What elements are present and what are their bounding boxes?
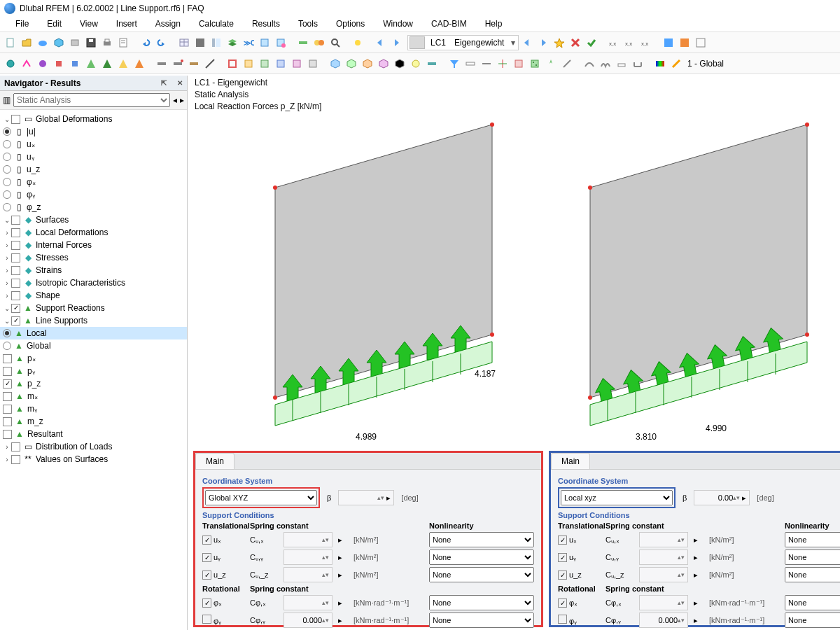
next-filter-icon[interactable]: ▸ — [180, 95, 184, 105]
cuy-val[interactable]: ▴▾ — [284, 550, 332, 565]
pin-icon[interactable]: ⇱ — [161, 79, 167, 87]
tree-stresses[interactable]: Stresses — [36, 253, 187, 262]
load-case-selector[interactable]: LC1 Eigengewicht ▾ — [407, 35, 519, 50]
grid2-icon[interactable] — [511, 56, 526, 71]
pencil-icon[interactable] — [668, 56, 684, 71]
line-icon[interactable] — [559, 56, 575, 71]
left-icon[interactable] — [372, 35, 388, 50]
t2-16[interactable] — [257, 56, 272, 71]
nl2-ux[interactable]: None — [785, 532, 840, 547]
span2-icon[interactable] — [598, 56, 613, 71]
open-icon[interactable] — [19, 35, 34, 50]
global-tag[interactable]: 1 - Global — [687, 59, 724, 69]
tree-uy[interactable]: uᵧ — [27, 152, 187, 162]
t2-21[interactable] — [344, 56, 359, 71]
t2-22[interactable] — [360, 56, 375, 71]
prev-filter-icon[interactable]: ◂ — [173, 95, 177, 105]
check-icon[interactable] — [584, 35, 599, 50]
tree-vos[interactable]: Values on Surfaces — [36, 454, 187, 464]
cb-phx[interactable] — [202, 598, 211, 608]
span3-icon[interactable] — [614, 56, 629, 71]
redo-icon[interactable] — [154, 35, 169, 50]
tree-strains[interactable]: Strains — [36, 265, 187, 275]
gradient-icon[interactable] — [652, 56, 668, 71]
table-icon[interactable] — [176, 35, 192, 50]
t2-23[interactable] — [376, 56, 391, 71]
t2-24[interactable] — [392, 56, 407, 71]
tree-uz[interactable]: u_z — [27, 164, 187, 174]
t2-6[interactable] — [83, 56, 99, 71]
menu-window[interactable]: Window — [374, 17, 421, 31]
cb-ux[interactable] — [202, 536, 211, 545]
right-icon[interactable] — [388, 35, 404, 50]
menu-assign[interactable]: Assign — [147, 17, 189, 31]
tab-main[interactable]: Main — [195, 453, 234, 469]
t2-10[interactable] — [154, 56, 169, 71]
panel-icon-3[interactable] — [693, 35, 708, 50]
cphy-val[interactable]: 0.000 ▴▾ — [284, 612, 332, 628]
delete-icon[interactable] — [568, 35, 583, 50]
cb2-phy[interactable] — [558, 615, 567, 624]
t2-5[interactable] — [67, 56, 83, 71]
t2-13[interactable] — [202, 56, 218, 71]
beta-value[interactable]: ▴▾ ▸ — [338, 490, 394, 505]
beta-value-2[interactable]: 0.00 ▴▾ ▸ — [694, 490, 750, 505]
cb2-ux[interactable] — [558, 536, 567, 545]
tab-main-2[interactable]: Main — [551, 453, 590, 469]
ruler-icon[interactable] — [463, 56, 478, 71]
print-icon[interactable] — [99, 35, 115, 50]
t2-14[interactable] — [225, 56, 240, 71]
tree-pz[interactable]: p_z — [27, 379, 187, 388]
menu-results[interactable]: Results — [244, 17, 288, 31]
cb2-phx[interactable] — [558, 598, 567, 608]
block-icon[interactable] — [67, 35, 83, 50]
t2-9[interactable] — [132, 56, 147, 71]
cube-icon[interactable] — [51, 35, 66, 50]
tree-phiz[interactable]: φ_z — [27, 202, 187, 212]
cloud-icon[interactable] — [35, 35, 50, 50]
nl-ux[interactable]: None — [429, 532, 534, 547]
panel-icon-2[interactable] — [677, 35, 692, 50]
xyz-icon-3[interactable]: x,x — [638, 35, 654, 50]
tree-global-def[interactable]: Global Deformations — [36, 114, 187, 124]
layers-icon[interactable] — [225, 35, 240, 50]
tree-line-supports[interactable]: Line Supports — [36, 316, 187, 326]
tree-u[interactable]: |u| — [27, 127, 187, 136]
dice-icon[interactable] — [527, 56, 542, 71]
tree-mx[interactable]: mₓ — [27, 391, 187, 401]
t2-12[interactable] — [186, 56, 202, 71]
nl2-uy[interactable]: None — [785, 550, 840, 565]
viewport-3d[interactable]: LC1 - Eigengewicht Static Analysis Local… — [188, 76, 840, 630]
cb-uy[interactable] — [202, 553, 211, 562]
toggle-icon-1[interactable] — [295, 35, 311, 50]
cb-phy[interactable] — [202, 615, 211, 624]
dim-icon[interactable] — [479, 56, 494, 71]
t2-7[interactable] — [99, 56, 115, 71]
span4-icon[interactable] — [630, 56, 645, 71]
sun-icon[interactable] — [350, 35, 365, 50]
t2-2[interactable] — [19, 56, 34, 71]
tree-mz[interactable]: m_z — [27, 416, 187, 426]
filter-type-icon[interactable]: ▥ — [3, 95, 10, 105]
nl-phy[interactable]: None — [429, 612, 534, 628]
t2-4[interactable] — [51, 56, 66, 71]
cb2-uy[interactable] — [558, 553, 567, 562]
tree-py[interactable]: pᵧ — [27, 366, 187, 376]
panel-icon-1[interactable] — [661, 35, 676, 50]
printout-icon[interactable] — [115, 35, 131, 50]
cs-select-local[interactable]: Local xyz — [561, 490, 673, 505]
tree-shape[interactable]: Shape — [36, 290, 187, 300]
save-icon[interactable] — [83, 35, 99, 50]
xyz-icon-2[interactable]: x,x — [622, 35, 638, 50]
menu-edit[interactable]: Edit — [38, 17, 70, 31]
tree-reactions[interactable]: Support Reactions — [36, 303, 187, 313]
menu-help[interactable]: Help — [477, 17, 511, 31]
t2-25[interactable] — [408, 56, 424, 71]
tree-phiy[interactable]: φᵧ — [27, 190, 187, 200]
menu-insert[interactable]: Insert — [108, 17, 146, 31]
axis-icon[interactable] — [495, 56, 510, 71]
results-icon[interactable] — [257, 35, 272, 50]
nl2-uz[interactable]: None — [785, 567, 840, 582]
cb-uz[interactable] — [202, 570, 211, 580]
menu-tools[interactable]: Tools — [290, 17, 326, 31]
